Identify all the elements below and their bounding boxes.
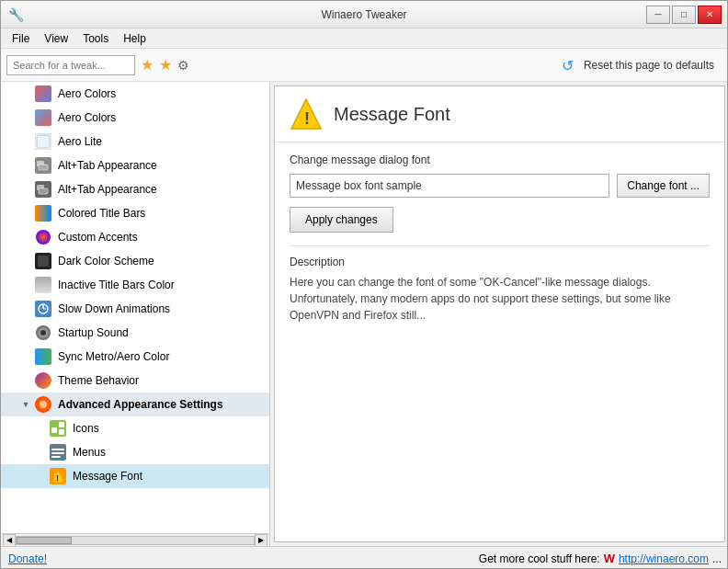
inactive-title-label: Inactive Title Bars Color — [58, 279, 175, 291]
winaero-w-icon: W — [604, 552, 615, 565]
title-bar: 🔧 Winaero Tweaker ─ □ ✕ — [1, 1, 728, 28]
sidebar-item-colored-title[interactable]: Colored Title Bars — [1, 201, 269, 225]
font-sample-text: Message box font sample — [296, 179, 422, 192]
menu-file[interactable]: File — [5, 30, 37, 47]
sidebar-item-aero-colors-2[interactable]: Aero Colors — [1, 106, 269, 130]
close-button[interactable]: ✕ — [698, 6, 722, 24]
colored-title-label: Colored Title Bars — [58, 207, 145, 220]
aero-lite-label: Aero Lite — [58, 135, 102, 148]
scroll-right-btn[interactable]: ▶ — [255, 534, 267, 547]
star-icon-1[interactable]: ★ — [141, 56, 154, 74]
svg-point-11 — [36, 230, 51, 245]
description-section: Description Here you can change the font… — [290, 245, 710, 324]
search-input[interactable] — [6, 55, 135, 75]
svg-rect-10 — [35, 205, 51, 222]
svg-rect-3 — [37, 135, 50, 148]
minimize-button[interactable]: ─ — [646, 6, 670, 24]
menus-label: Menus — [73, 446, 106, 459]
svg-rect-32 — [51, 456, 61, 458]
svg-rect-9 — [39, 188, 48, 194]
custom-accents-icon — [34, 228, 52, 246]
content-header: ! Message Font — [275, 86, 724, 142]
sidebar-item-menus[interactable]: Menus — [1, 440, 269, 464]
winaero-link[interactable]: http://winaero.com — [619, 552, 709, 565]
sidebar-item-custom-accents[interactable]: Custom Accents — [1, 225, 269, 249]
menu-tools[interactable]: Tools — [75, 30, 116, 47]
inactive-title-icon — [34, 276, 52, 294]
app-icon: 🔧 — [8, 7, 24, 22]
svg-rect-28 — [59, 429, 64, 435]
aero-colors-2-icon — [34, 108, 52, 127]
sidebar-item-aero-colors-1[interactable]: Aero Colors — [1, 82, 269, 106]
sidebar-item-icons[interactable]: Icons — [1, 416, 269, 440]
title-bar-left: 🔧 — [8, 7, 24, 22]
slow-down-label: Slow Down Animations — [58, 302, 170, 315]
sidebar-item-dark-color[interactable]: Dark Color Scheme — [1, 249, 269, 273]
sidebar-scroll[interactable]: Aero Colors Aero Colors Aero Lite — [1, 82, 269, 533]
sidebar-item-slow-down[interactable]: Slow Down Animations — [1, 297, 269, 321]
svg-rect-30 — [51, 449, 64, 450]
advanced-appearance-icon — [34, 395, 52, 414]
alttab-1-label: Alt+Tab Appearance — [58, 159, 157, 172]
scroll-track[interactable] — [16, 536, 255, 545]
sidebar-item-theme-behavior[interactable]: Theme Behavior — [1, 369, 269, 393]
aero-colors-1-label: Aero Colors — [58, 87, 116, 100]
window: 🔧 Winaero Tweaker ─ □ ✕ File View Tools … — [1, 1, 728, 569]
sidebar-item-inactive-title[interactable]: Inactive Title Bars Color — [1, 273, 269, 297]
font-row: Message box font sample Change font ... — [290, 174, 710, 198]
maximize-button[interactable]: □ — [672, 6, 696, 24]
theme-behavior-label: Theme Behavior — [58, 374, 139, 387]
advanced-appearance-label: Advanced Appearance Settings — [58, 398, 223, 411]
dark-color-label: Dark Color Scheme — [58, 255, 154, 267]
svg-rect-6 — [39, 165, 48, 170]
title-buttons: ─ □ ✕ — [646, 6, 722, 24]
aero-colors-2-label: Aero Colors — [58, 111, 116, 124]
alttab-1-icon — [34, 156, 52, 175]
sync-metro-label: Sync Metro/Aero Color — [58, 350, 169, 363]
sidebar-horizontal-scrollbar[interactable]: ◀ ▶ — [1, 533, 269, 546]
svg-point-20 — [40, 330, 46, 336]
scroll-left-btn[interactable]: ◀ — [3, 534, 16, 547]
apply-changes-button[interactable]: Apply changes — [290, 207, 393, 233]
sidebar-item-alttab-2[interactable]: Alt+Tab Appearance — [1, 177, 269, 201]
sidebar-item-advanced-appearance[interactable]: ▼ Advanced Appearance Settings — [1, 393, 269, 416]
svg-text:!: ! — [56, 473, 59, 483]
message-font-label: Message Font — [73, 470, 142, 483]
svg-point-24 — [40, 401, 47, 408]
change-font-button[interactable]: Change font ... — [617, 174, 710, 198]
gear-icon[interactable]: ⚙ — [177, 58, 189, 73]
menu-bar: File View Tools Help — [1, 28, 728, 49]
donate-link[interactable]: Donate! — [8, 552, 47, 565]
svg-rect-26 — [51, 427, 57, 433]
sidebar-item-message-font[interactable]: !! Message Font — [1, 464, 269, 488]
svg-rect-13 — [38, 256, 49, 267]
status-bar: Donate! Get more cool stuff here: W http… — [1, 546, 728, 569]
warning-icon: ! — [290, 97, 323, 131]
svg-rect-1 — [35, 109, 51, 126]
svg-rect-0 — [35, 85, 51, 102]
reset-button[interactable]: ↺ Reset this page to defaults — [562, 57, 723, 74]
sidebar-item-sync-metro[interactable]: Sync Metro/Aero Color — [1, 345, 269, 369]
sidebar-item-alttab-1[interactable]: Alt+Tab Appearance — [1, 154, 269, 177]
alttab-2-icon — [34, 180, 52, 199]
menu-view[interactable]: View — [37, 30, 75, 47]
reset-label: Reset this page to defaults — [584, 59, 714, 72]
menus-icon — [49, 443, 67, 461]
status-ellipsis: ... — [712, 552, 722, 565]
status-right: Get more cool stuff here: W http://winae… — [479, 552, 722, 565]
custom-accents-label: Custom Accents — [58, 231, 138, 244]
collapse-arrow: ▼ — [19, 398, 32, 411]
theme-behavior-icon — [34, 371, 52, 390]
toolbar: ★ ★ ⚙ ↺ Reset this page to defaults — [1, 49, 728, 82]
svg-rect-21 — [35, 348, 51, 365]
star-icon-2[interactable]: ★ — [159, 56, 172, 74]
aero-colors-1-icon — [34, 85, 52, 103]
reset-icon: ↺ — [562, 57, 578, 74]
sidebar-item-aero-lite[interactable]: Aero Lite — [1, 130, 269, 154]
sync-metro-icon — [34, 347, 52, 366]
colored-title-icon — [34, 204, 52, 222]
menu-help[interactable]: Help — [116, 30, 154, 47]
content-subtitle: Change message dialog font — [290, 154, 710, 166]
sidebar-item-startup-sound[interactable]: Startup Sound — [1, 321, 269, 345]
content-panel: ! Message Font Change message dialog fon… — [274, 85, 725, 542]
